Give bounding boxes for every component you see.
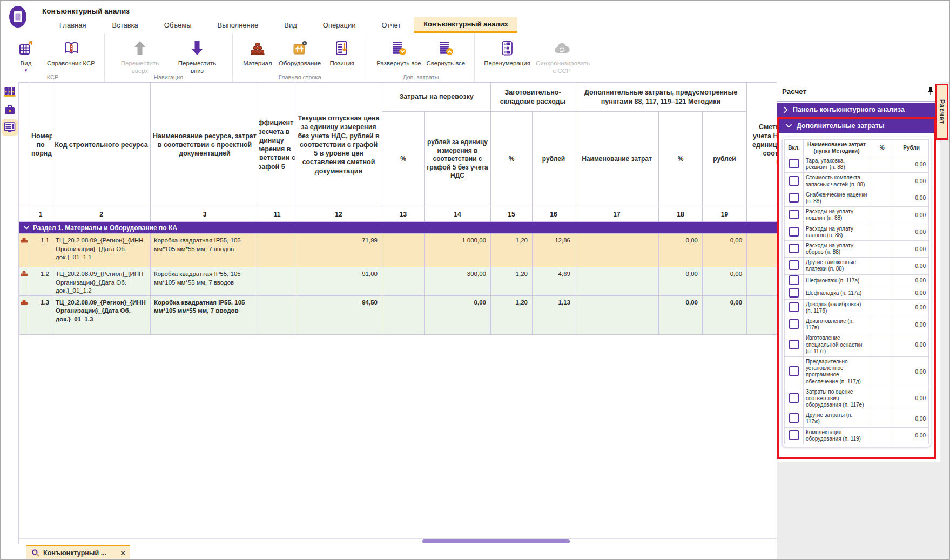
cell-transport-rub[interactable]: 1 000,00 [425, 234, 491, 267]
cell-transport-pct[interactable] [382, 267, 425, 296]
cell-warehouse-pct[interactable]: 1,20 [491, 295, 533, 334]
cost-rub[interactable]: 0,00 [894, 207, 929, 224]
material-button[interactable]: Материал [239, 36, 276, 69]
cell-additional-rub[interactable]: 0,00 [703, 295, 747, 334]
cell-name[interactable]: Коробка квадратная IP55, 105 мм*105 мм*5… [151, 267, 259, 296]
cost-pct[interactable] [870, 224, 894, 240]
move-down-button[interactable]: Переместить вниз [169, 36, 226, 76]
references-strip-button[interactable] [2, 84, 18, 100]
cost-checkbox[interactable] [789, 366, 799, 376]
cost-pct[interactable] [870, 240, 894, 257]
cell-additional-pct[interactable]: 0,00 [659, 267, 703, 296]
cost-rub[interactable]: 0,00 [894, 356, 929, 387]
cost-rub[interactable]: 0,00 [894, 156, 929, 173]
cost-checkbox[interactable] [789, 210, 799, 219]
cost-rub[interactable]: 0,00 [894, 274, 929, 287]
cost-checkbox[interactable] [789, 413, 799, 423]
cost-checkbox[interactable] [789, 244, 799, 253]
cell-num[interactable]: 1.2 [29, 267, 52, 296]
cell-warehouse-rub[interactable]: 4,69 [533, 267, 575, 296]
cost-pct[interactable] [870, 190, 894, 206]
cost-rub[interactable]: 0,00 [894, 258, 929, 274]
equipment-button[interactable]: Оборудование [276, 36, 324, 69]
cost-checkbox[interactable] [789, 176, 799, 186]
cost-rub[interactable]: 0,00 [894, 224, 929, 240]
tab-vypolnenie[interactable]: Выполнение [205, 17, 272, 33]
cost-checkbox[interactable] [789, 393, 799, 403]
cost-pct[interactable] [870, 207, 894, 224]
cell-additional-pct[interactable]: 0,00 [659, 234, 703, 267]
cost-pct[interactable] [870, 156, 894, 173]
tab-vstavka[interactable]: Вставка [99, 17, 151, 33]
cell-num[interactable]: 1.1 [29, 234, 52, 267]
cell-code[interactable]: ТЦ_20.2.08.09_{Регион}_{ИНН Организации}… [52, 234, 151, 267]
cell-transport-pct[interactable] [382, 295, 425, 334]
cost-pct[interactable] [870, 274, 894, 287]
pin-icon[interactable] [927, 86, 934, 97]
cell-warehouse-rub[interactable]: 1,13 [533, 295, 575, 334]
position-button[interactable]: Позиция [324, 36, 360, 69]
cell-warehouse-pct[interactable]: 1,20 [491, 267, 533, 296]
tab-obyomy[interactable]: Объёмы [151, 17, 205, 33]
cost-checkbox[interactable] [789, 159, 799, 168]
cost-pct[interactable] [870, 387, 894, 410]
collapse-all-button[interactable]: Свернуть все [424, 36, 468, 69]
cost-rub[interactable]: 0,00 [894, 333, 929, 357]
chevron-down-icon[interactable] [24, 224, 29, 231]
cell-estimate[interactable] [747, 234, 777, 267]
cost-pct[interactable] [870, 410, 894, 427]
close-icon[interactable]: × [120, 549, 125, 557]
ksr-handbook-button[interactable]: Справочник КСР [44, 36, 98, 69]
cost-rub[interactable]: 0,00 [894, 427, 929, 444]
cell-additional-rub[interactable]: 0,00 [703, 267, 747, 296]
cost-checkbox[interactable] [789, 430, 799, 440]
tab-vid[interactable]: Вид [271, 17, 310, 33]
cost-pct[interactable] [870, 287, 894, 299]
tab-otchet[interactable]: Отчет [369, 17, 414, 33]
analysis-panel-section[interactable]: Панель конъюнктурного анализа [777, 103, 940, 117]
tab-operacii[interactable]: Операции [310, 17, 369, 33]
cell-coef[interactable] [259, 295, 295, 334]
cost-rub[interactable]: 0,00 [894, 387, 929, 410]
cell-coef[interactable] [259, 234, 295, 267]
cost-pct[interactable] [870, 173, 894, 190]
cell-additional-rub[interactable]: 0,00 [703, 234, 747, 267]
briefcase-strip-button[interactable] [2, 102, 18, 118]
cost-rub[interactable]: 0,00 [894, 299, 929, 316]
cell-price[interactable]: 91,00 [295, 267, 382, 296]
cell-cost-name[interactable] [575, 295, 659, 334]
cost-pct[interactable] [870, 316, 894, 333]
cell-cost-name[interactable] [575, 267, 659, 296]
cell-name[interactable]: Коробка квадратная IP55, 105 мм*105 мм*5… [151, 234, 259, 267]
cell-transport-rub[interactable]: 300,00 [425, 267, 491, 296]
cell-price[interactable]: 71,99 [295, 234, 382, 267]
cell-cost-name[interactable] [575, 234, 659, 267]
tab-glavnaya[interactable]: Главная [46, 17, 99, 33]
cell-coef[interactable] [259, 267, 295, 296]
cost-checkbox[interactable] [789, 227, 799, 237]
cost-rub[interactable]: 0,00 [894, 316, 929, 333]
cost-pct[interactable] [870, 427, 894, 444]
cost-pct[interactable] [870, 299, 894, 316]
cost-checkbox[interactable] [789, 302, 799, 312]
cost-checkbox[interactable] [789, 340, 799, 349]
cell-estimate[interactable] [747, 267, 777, 296]
cost-rub[interactable]: 0,00 [894, 287, 929, 299]
expand-all-button[interactable]: Развернуть все [374, 36, 423, 69]
cell-transport-rub[interactable]: 0,00 [425, 295, 491, 334]
cost-rub[interactable]: 0,00 [894, 240, 929, 257]
cost-pct[interactable] [870, 356, 894, 387]
cell-name[interactable]: Коробка квадратная IP55, 105 мм*105 мм*5… [151, 295, 259, 334]
table-row[interactable]: 1.2 ТЦ_20.2.08.09_{Регион}_{ИНН Организа… [19, 267, 777, 296]
cost-rub[interactable]: 0,00 [894, 410, 929, 427]
tab-konyunkturny-analiz[interactable]: Конъюнктурный анализ [414, 17, 517, 33]
cost-pct[interactable] [870, 333, 894, 357]
cell-code[interactable]: ТЦ_20.2.08.09_{Регион}_{ИНН Организации}… [52, 267, 151, 296]
cell-transport-pct[interactable] [382, 234, 425, 267]
table-row[interactable]: 1.1 ТЦ_20.2.08.09_{Регион}_{ИНН Организа… [19, 234, 777, 267]
cell-num[interactable]: 1.3 [29, 295, 52, 334]
additional-costs-section[interactable]: Дополнительные затраты [779, 119, 934, 133]
scrollbar-thumb[interactable] [422, 539, 570, 543]
section-row[interactable]: Раздел 1. Материалы и Оборудование по КА [19, 222, 777, 234]
cost-pct[interactable] [870, 258, 894, 274]
